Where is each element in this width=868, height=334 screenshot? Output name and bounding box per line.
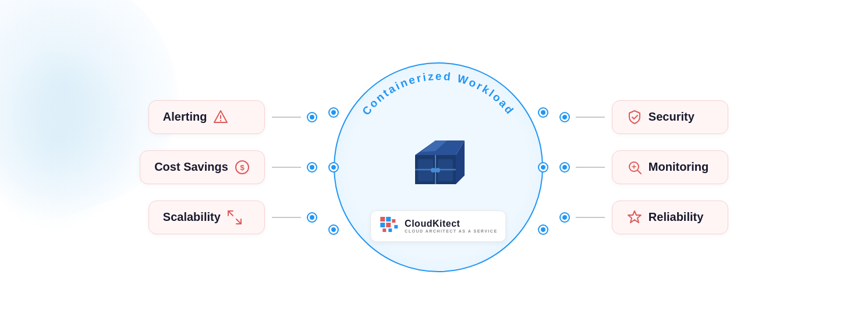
cost-savings-row: Cost Savings $ bbox=[140, 150, 316, 184]
svg-point-16 bbox=[435, 168, 440, 173]
svg-rect-23 bbox=[382, 228, 386, 232]
reliability-connector bbox=[576, 217, 605, 218]
cost-savings-label: Cost Savings bbox=[154, 160, 228, 174]
cost-savings-card: Cost Savings $ bbox=[140, 150, 265, 184]
svg-point-15 bbox=[431, 168, 435, 173]
dot-right-bot bbox=[539, 226, 547, 234]
alerting-dot bbox=[308, 113, 316, 121]
alerting-connector bbox=[272, 117, 301, 118]
dot-left-top bbox=[330, 108, 338, 117]
cloudkitect-logo-icon bbox=[379, 216, 400, 237]
svg-line-27 bbox=[637, 170, 641, 174]
monitoring-connector bbox=[576, 167, 605, 168]
cost-savings-icon: $ bbox=[234, 159, 250, 175]
right-features-panel: Security Monitoring bbox=[561, 100, 728, 234]
center-circle: Containerized Workload bbox=[334, 62, 543, 272]
scalability-card: Scalability bbox=[148, 201, 265, 234]
svg-rect-18 bbox=[380, 217, 385, 222]
reliability-label: Reliability bbox=[649, 210, 703, 224]
svg-line-5 bbox=[228, 211, 233, 216]
left-features-panel: Alerting Cost Savings $ bbox=[140, 100, 316, 234]
security-label: Security bbox=[649, 110, 695, 124]
svg-rect-20 bbox=[380, 223, 385, 227]
security-icon bbox=[626, 109, 643, 125]
dot-left-bot bbox=[330, 226, 338, 234]
security-dot bbox=[561, 113, 569, 121]
monitoring-icon bbox=[626, 159, 643, 175]
alert-icon bbox=[212, 109, 229, 125]
scalability-label: Scalability bbox=[163, 210, 221, 224]
security-row: Security bbox=[561, 100, 728, 134]
scalability-row: Scalability bbox=[148, 201, 316, 234]
svg-rect-19 bbox=[386, 217, 391, 222]
svg-text:Containerized Workload: Containerized Workload bbox=[360, 69, 517, 117]
security-card: Security bbox=[612, 100, 728, 134]
reliability-row: Reliability bbox=[561, 201, 728, 234]
cloudkitect-logo-text: CloudKitect CLOUD ARCHITECT AS A SERVICE bbox=[405, 219, 497, 233]
dot-left-mid bbox=[330, 163, 338, 171]
cost-savings-connector bbox=[272, 167, 301, 168]
reliability-dot bbox=[561, 213, 569, 222]
scalability-connector bbox=[272, 217, 301, 218]
dot-right-mid bbox=[539, 163, 547, 171]
main-container: Alerting Cost Savings $ bbox=[0, 0, 868, 334]
svg-rect-25 bbox=[394, 225, 398, 228]
security-connector bbox=[576, 117, 605, 118]
svg-marker-30 bbox=[628, 211, 641, 223]
dot-right-top bbox=[539, 108, 547, 117]
container-box-illustration bbox=[401, 129, 476, 193]
monitoring-dot bbox=[561, 163, 569, 171]
scalability-dot bbox=[308, 213, 316, 222]
svg-rect-21 bbox=[386, 223, 391, 227]
monitoring-card: Monitoring bbox=[612, 150, 728, 184]
cost-savings-dot bbox=[308, 163, 316, 171]
monitoring-label: Monitoring bbox=[649, 160, 708, 174]
svg-point-2 bbox=[220, 119, 221, 121]
cloudkitect-name: CloudKitect bbox=[405, 219, 497, 229]
alerting-card: Alerting bbox=[148, 100, 265, 134]
alerting-row: Alerting bbox=[148, 100, 316, 134]
reliability-card: Reliability bbox=[612, 201, 728, 234]
svg-line-6 bbox=[236, 219, 241, 224]
cloudkitect-subtitle: CLOUD ARCHITECT AS A SERVICE bbox=[405, 229, 497, 233]
alerting-label: Alerting bbox=[163, 110, 207, 124]
svg-rect-24 bbox=[388, 228, 392, 232]
monitoring-row: Monitoring bbox=[561, 150, 728, 184]
svg-rect-22 bbox=[392, 219, 395, 223]
reliability-icon bbox=[626, 209, 643, 226]
cloudkitect-logo: CloudKitect CLOUD ARCHITECT AS A SERVICE bbox=[370, 210, 506, 242]
scalability-icon bbox=[226, 209, 243, 226]
svg-text:$: $ bbox=[240, 163, 245, 172]
